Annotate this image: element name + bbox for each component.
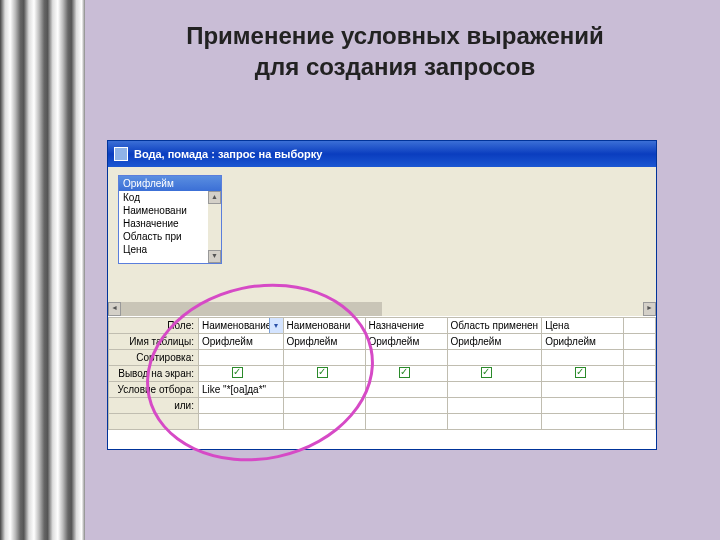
grid-cell-blank[interactable]	[199, 414, 284, 430]
dropdown-icon[interactable]: ▾	[269, 318, 283, 333]
grid-cell-criteria[interactable]	[283, 382, 365, 398]
grid-cell-sort[interactable]	[447, 350, 542, 366]
title-line-1: Применение условных выражений	[186, 22, 604, 49]
grid-cell-criteria[interactable]	[365, 382, 447, 398]
grid-cell-show[interactable]	[542, 366, 624, 382]
grid-cell-criteria[interactable]: Like "*[оа]да*"	[199, 382, 284, 398]
source-table-fields[interactable]: Код Наименовани Назначение Область при Ц…	[119, 191, 221, 263]
scroll-right-icon[interactable]: ►	[643, 302, 656, 316]
grid-cell-empty[interactable]	[624, 382, 656, 398]
scroll-up-icon[interactable]: ▲	[208, 191, 221, 204]
grid-cell-or[interactable]	[283, 398, 365, 414]
query-designer-window: Вода, помада : запрос на выборку Орифлей…	[107, 140, 657, 450]
checkbox-checked-icon[interactable]	[481, 367, 492, 378]
checkbox-checked-icon[interactable]	[317, 367, 328, 378]
grid-cell-blank[interactable]	[283, 414, 365, 430]
row-label-sort: Сортировка:	[109, 350, 199, 366]
grid-cell-show[interactable]	[365, 366, 447, 382]
scroll-left-icon[interactable]: ◄	[108, 302, 121, 316]
grid-cell-blank[interactable]	[365, 414, 447, 430]
grid-cell-or[interactable]	[199, 398, 284, 414]
grid-cell-show[interactable]	[199, 366, 284, 382]
upper-h-scrollbar[interactable]: ◄ ►	[108, 302, 656, 316]
row-label-field: Поле:	[109, 318, 199, 334]
checkbox-checked-icon[interactable]	[399, 367, 410, 378]
checkbox-checked-icon[interactable]	[232, 367, 243, 378]
row-label-show: Вывод на экран:	[109, 366, 199, 382]
grid-cell-criteria[interactable]	[447, 382, 542, 398]
grid-cell-empty[interactable]	[624, 366, 656, 382]
grid-cell-show[interactable]	[283, 366, 365, 382]
grid-cell-or[interactable]	[542, 398, 624, 414]
grid-cell-empty[interactable]	[624, 414, 656, 430]
scroll-track[interactable]	[382, 302, 643, 316]
grid-cell-empty[interactable]	[624, 398, 656, 414]
scroll-thumb[interactable]	[121, 302, 382, 316]
grid-cell-criteria[interactable]	[542, 382, 624, 398]
field-item[interactable]: Код	[119, 191, 221, 204]
grid-cell-table[interactable]: Орифлейм	[365, 334, 447, 350]
checkbox-checked-icon[interactable]	[575, 367, 586, 378]
grid-cell-table[interactable]: Орифлейм	[283, 334, 365, 350]
row-label-or: или:	[109, 398, 199, 414]
scroll-track[interactable]	[208, 204, 221, 250]
grid-cell-table[interactable]: Орифлейм	[199, 334, 284, 350]
grid-cell-show[interactable]	[447, 366, 542, 382]
grid-cell-blank[interactable]	[542, 414, 624, 430]
field-item[interactable]: Область при	[119, 230, 221, 243]
grid-cell-or[interactable]	[365, 398, 447, 414]
field-item[interactable]: Назначение	[119, 217, 221, 230]
window-body: Орифлейм Код Наименовани Назначение Обла…	[108, 167, 656, 449]
grid-cell-sort[interactable]	[199, 350, 284, 366]
grid-cell-field[interactable]: Наименовани	[283, 318, 365, 334]
title-line-2: для создания запросов	[255, 53, 536, 80]
grid-cell-field[interactable]: Область применен	[447, 318, 542, 334]
app-icon	[114, 147, 128, 161]
tables-pane[interactable]: Орифлейм Код Наименовани Назначение Обла…	[108, 167, 656, 317]
source-table-header[interactable]: Орифлейм	[119, 176, 221, 191]
grid-cell-sort[interactable]	[283, 350, 365, 366]
grid-cell-field[interactable]: Назначение	[365, 318, 447, 334]
design-grid[interactable]: Поле: Наименование п ▾ Наименовани Назна…	[108, 317, 656, 449]
scroll-down-icon[interactable]: ▼	[208, 250, 221, 263]
grid-cell-table[interactable]: Орифлейм	[542, 334, 624, 350]
grid-cell-field[interactable]: Цена	[542, 318, 624, 334]
window-title: Вода, помада : запрос на выборку	[134, 148, 322, 160]
source-table-box[interactable]: Орифлейм Код Наименовани Назначение Обла…	[118, 175, 222, 264]
row-label-criteria: Условие отбора:	[109, 382, 199, 398]
grid-cell-table[interactable]: Орифлейм	[447, 334, 542, 350]
row-label-blank	[109, 414, 199, 430]
titlebar[interactable]: Вода, помада : запрос на выборку	[108, 141, 656, 167]
field-item[interactable]: Цена	[119, 243, 221, 256]
grid-cell-sort[interactable]	[365, 350, 447, 366]
grid-cell-empty[interactable]	[624, 334, 656, 350]
row-label-table: Имя таблицы:	[109, 334, 199, 350]
decorative-pillar	[0, 0, 85, 540]
slide-title: Применение условных выражений для создан…	[100, 20, 690, 82]
grid-cell-or[interactable]	[447, 398, 542, 414]
grid-cell-empty[interactable]	[624, 350, 656, 366]
field-item[interactable]: Наименовани	[119, 204, 221, 217]
grid-cell-sort[interactable]	[542, 350, 624, 366]
field-list-scrollbar[interactable]: ▲ ▼	[208, 191, 221, 263]
grid-cell-blank[interactable]	[447, 414, 542, 430]
grid-cell-empty[interactable]	[624, 318, 656, 334]
grid-cell-field[interactable]: Наименование п ▾	[199, 318, 284, 334]
